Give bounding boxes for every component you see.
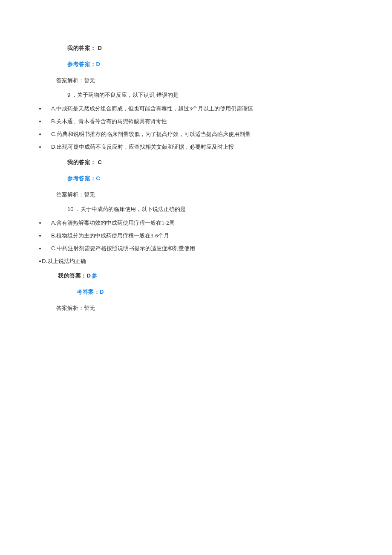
my-answer-block1: 我的答案：D [67, 44, 392, 52]
option-text: 以上说法均正确 [47, 258, 86, 264]
question-text: ．关于中成药的临床使用，以下说法正确的是 [73, 206, 185, 212]
ref-answer-label: 参考答案： [67, 61, 96, 67]
my-answer-q10: 我的答案：D参 [58, 272, 392, 280]
explanation-q10: 答案解析：暂无 [56, 304, 392, 312]
option-letter: D. [51, 144, 57, 150]
explanation-block1: 答案解析：暂无 [56, 77, 392, 84]
option-letter: A. [51, 220, 56, 226]
question-10: 10 ．关于中成药的临床使用，以下说法正确的是 [67, 205, 392, 213]
option-letter: C. [51, 131, 57, 137]
bullet-icon [39, 121, 41, 122]
question-9: 9 ．关于药物的不良反应，以下认识 错误的是 [67, 91, 392, 99]
option-text: 中成药是天然成分组合而成，但也可能含有毒性，超过3个月以上的使用仍需谨慎 [56, 105, 253, 112]
explanation-q9: 答案解析：暂无 [56, 191, 392, 199]
q10-option-c: C.中药注射剂需要严格按照说明书提示的适应症和剂量使用 [39, 245, 392, 252]
my-answer-value: D [87, 272, 91, 279]
q10-option-a: A.含有清热解毒功效的中成药使用疗程一般在1-2周 [39, 219, 392, 227]
ref-suffix: 参 [92, 272, 98, 279]
option-letter: C. [51, 245, 57, 251]
option-text: 中药注射剂需要严格按照说明书提示的适应症和剂量使用 [57, 245, 195, 251]
question-number: 10 [67, 206, 73, 212]
ref-answer-q10: 考答案：D [77, 288, 392, 296]
ref-answer-value: D [96, 61, 101, 67]
q9-option-b: B.关木通、青木香等含有的马兜铃酸具有肾毒性 [39, 118, 392, 125]
q10-option-d: D.以上说法均正确 [39, 257, 392, 265]
my-answer-value: C [98, 159, 102, 165]
my-answer-label: 我的答案： [67, 159, 96, 165]
ref-answer-label: 考答案： [77, 289, 100, 295]
question-text: ．关于药物的不良反应，以下认识 错误的是 [70, 92, 179, 98]
option-letter: B. [51, 232, 56, 239]
bullet-icon [39, 108, 41, 110]
q9-option-d: D.出现可疑中成药不良反应时，应查找相关文献和证据，必要时应及时上报 [39, 143, 392, 151]
ref-answer-q9: 参考答案：C [67, 175, 392, 182]
option-text: 出现可疑中成药不良反应时，应查找相关文献和证据，必要时应及时上报 [57, 144, 234, 150]
bullet-icon [39, 248, 41, 249]
ref-answer-label: 参考答案： [67, 175, 96, 182]
my-answer-label: 我的答案： [58, 272, 87, 279]
option-text: 药典和说明书推荐的临床剂量较低，为了提高疗效，可以适当提高临床使用剂量 [57, 131, 251, 137]
ref-answer-block1: 参考答案：D [67, 61, 392, 68]
option-text: 含有清热解毒功效的中成药使用疗程一般在1-2周 [56, 220, 174, 226]
q10-option-b: B.植物组分为主的中成药使用疗程一般在3-6个月 [39, 232, 392, 240]
my-answer-label: 我的答案： [67, 45, 96, 51]
bullet-icon [39, 235, 41, 237]
bullet-icon [39, 133, 41, 135]
ref-answer-value: C [96, 175, 101, 182]
q9-option-c: C.药典和说明书推荐的临床剂量较低，为了提高疗效，可以适当提高临床使用剂量 [39, 130, 392, 138]
q9-option-a: A.中成药是天然成分组合而成，但也可能含有毒性，超过3个月以上的使用仍需谨慎 [39, 105, 392, 113]
bullet-icon [39, 260, 41, 262]
bullet-icon [39, 222, 41, 224]
ref-answer-value: D [100, 289, 104, 295]
option-text: 植物组分为主的中成药使用疗程一般在3-6个月 [56, 232, 169, 239]
option-letter: D. [42, 258, 47, 264]
option-letter: B. [51, 118, 56, 124]
my-answer-q9: 我的答案：C [67, 159, 392, 166]
option-letter: A. [51, 105, 56, 112]
bullet-icon [39, 146, 41, 148]
option-text: 关木通、青木香等含有的马兜铃酸具有肾毒性 [56, 118, 167, 124]
my-answer-value: D [98, 45, 102, 51]
